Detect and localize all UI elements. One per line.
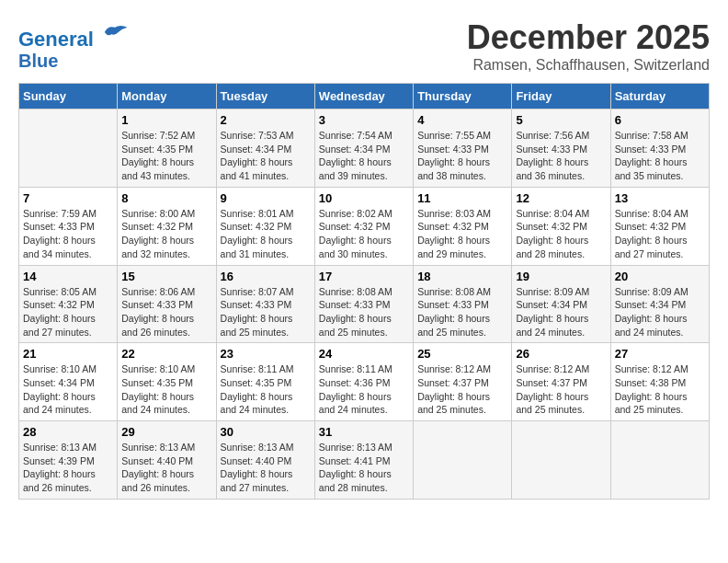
day-number: 14: [23, 270, 113, 283]
calendar-cell: 8Sunrise: 8:00 AM Sunset: 4:32 PM Daylig…: [118, 187, 216, 265]
day-info: Sunrise: 8:01 AM Sunset: 4:32 PM Dayligh…: [221, 207, 311, 261]
weekday-header-wednesday: Wednesday: [314, 84, 413, 109]
calendar-cell: 19Sunrise: 8:09 AM Sunset: 4:34 PM Dayli…: [512, 265, 610, 343]
day-info: Sunrise: 8:12 AM Sunset: 4:37 PM Dayligh…: [417, 362, 507, 417]
day-number: 5: [516, 113, 606, 127]
calendar-cell: 27Sunrise: 8:12 AM Sunset: 4:38 PM Dayli…: [610, 343, 709, 421]
day-number: 17: [319, 270, 409, 283]
calendar-cell: 10Sunrise: 8:02 AM Sunset: 4:32 PM Dayli…: [314, 187, 413, 265]
calendar-cell: 9Sunrise: 8:01 AM Sunset: 4:32 PM Daylig…: [216, 187, 314, 265]
day-number: 31: [319, 425, 409, 439]
calendar-cell: 29Sunrise: 8:13 AM Sunset: 4:40 PM Dayli…: [118, 421, 216, 500]
day-number: 9: [221, 191, 311, 205]
logo-general: General: [18, 28, 94, 51]
calendar-week-row: 7Sunrise: 7:59 AM Sunset: 4:33 PM Daylig…: [19, 187, 710, 265]
calendar-cell: 4Sunrise: 7:55 AM Sunset: 4:33 PM Daylig…: [414, 109, 512, 188]
calendar-cell: 31Sunrise: 8:13 AM Sunset: 4:41 PM Dayli…: [314, 421, 413, 500]
logo-bird-icon: [101, 18, 129, 46]
day-info: Sunrise: 8:13 AM Sunset: 4:40 PM Dayligh…: [221, 441, 311, 495]
calendar-week-row: 1Sunrise: 7:52 AM Sunset: 4:35 PM Daylig…: [19, 109, 710, 188]
calendar-cell: 12Sunrise: 8:04 AM Sunset: 4:32 PM Dayli…: [512, 187, 610, 265]
day-info: Sunrise: 8:08 AM Sunset: 4:33 PM Dayligh…: [417, 285, 507, 339]
day-number: 22: [121, 347, 211, 361]
calendar-cell: 30Sunrise: 8:13 AM Sunset: 4:40 PM Dayli…: [216, 421, 314, 500]
day-number: 30: [221, 425, 311, 439]
calendar-week-row: 28Sunrise: 8:13 AM Sunset: 4:39 PM Dayli…: [19, 421, 710, 500]
day-info: Sunrise: 8:06 AM Sunset: 4:33 PM Dayligh…: [121, 285, 211, 339]
day-info: Sunrise: 8:11 AM Sunset: 4:35 PM Dayligh…: [221, 362, 311, 417]
day-info: Sunrise: 8:13 AM Sunset: 4:39 PM Dayligh…: [23, 441, 113, 495]
day-info: Sunrise: 8:12 AM Sunset: 4:38 PM Dayligh…: [615, 362, 705, 417]
location-title: Ramsen, Schaffhausen, Switzerland: [467, 57, 710, 74]
weekday-header-thursday: Thursday: [414, 84, 512, 109]
calendar-cell: 6Sunrise: 7:58 AM Sunset: 4:33 PM Daylig…: [610, 109, 709, 188]
day-number: 27: [615, 347, 705, 361]
day-info: Sunrise: 8:04 AM Sunset: 4:32 PM Dayligh…: [516, 207, 606, 261]
calendar-week-row: 14Sunrise: 8:05 AM Sunset: 4:32 PM Dayli…: [19, 265, 710, 343]
day-number: 3: [319, 113, 409, 127]
day-number: 6: [615, 113, 705, 127]
day-number: 18: [417, 270, 507, 283]
day-number: 13: [615, 191, 705, 205]
day-info: Sunrise: 7:56 AM Sunset: 4:33 PM Dayligh…: [516, 129, 606, 183]
day-number: 24: [319, 347, 409, 361]
day-number: 7: [23, 191, 113, 205]
day-info: Sunrise: 7:55 AM Sunset: 4:33 PM Dayligh…: [417, 129, 507, 183]
day-info: Sunrise: 8:05 AM Sunset: 4:32 PM Dayligh…: [23, 285, 113, 339]
day-number: 19: [516, 270, 606, 283]
calendar-cell: 23Sunrise: 8:11 AM Sunset: 4:35 PM Dayli…: [216, 343, 314, 421]
day-info: Sunrise: 8:03 AM Sunset: 4:32 PM Dayligh…: [417, 207, 507, 261]
page-header: General Blue December 2025 Ramsen, Schaf…: [18, 18, 710, 74]
calendar-cell: 22Sunrise: 8:10 AM Sunset: 4:35 PM Dayli…: [118, 343, 216, 421]
calendar-table: SundayMondayTuesdayWednesdayThursdayFrid…: [18, 83, 710, 500]
weekday-header-monday: Monday: [118, 84, 216, 109]
calendar-week-row: 21Sunrise: 8:10 AM Sunset: 4:34 PM Dayli…: [19, 343, 710, 421]
calendar-cell: 2Sunrise: 7:53 AM Sunset: 4:34 PM Daylig…: [216, 109, 314, 188]
calendar-cell: 18Sunrise: 8:08 AM Sunset: 4:33 PM Dayli…: [414, 265, 512, 343]
calendar-cell: 11Sunrise: 8:03 AM Sunset: 4:32 PM Dayli…: [414, 187, 512, 265]
day-info: Sunrise: 7:58 AM Sunset: 4:33 PM Dayligh…: [615, 129, 705, 183]
day-number: 23: [221, 347, 311, 361]
calendar-cell: 1Sunrise: 7:52 AM Sunset: 4:35 PM Daylig…: [118, 109, 216, 188]
day-info: Sunrise: 8:08 AM Sunset: 4:33 PM Dayligh…: [319, 285, 409, 339]
weekday-header-row: SundayMondayTuesdayWednesdayThursdayFrid…: [19, 84, 710, 109]
calendar-cell: 26Sunrise: 8:12 AM Sunset: 4:37 PM Dayli…: [512, 343, 610, 421]
day-number: 15: [121, 270, 211, 283]
day-number: 4: [417, 113, 507, 127]
calendar-cell: [512, 421, 610, 500]
day-number: 11: [417, 191, 507, 205]
day-number: 26: [516, 347, 606, 361]
day-info: Sunrise: 8:00 AM Sunset: 4:32 PM Dayligh…: [121, 207, 211, 261]
day-number: 20: [615, 270, 705, 283]
day-number: 21: [23, 347, 113, 361]
logo-text: General: [18, 18, 129, 51]
logo-blue: Blue: [18, 51, 129, 71]
day-info: Sunrise: 8:02 AM Sunset: 4:32 PM Dayligh…: [319, 207, 409, 261]
logo: General Blue: [18, 18, 129, 71]
weekday-header-friday: Friday: [512, 84, 610, 109]
title-block: December 2025 Ramsen, Schaffhausen, Swit…: [467, 18, 710, 74]
day-info: Sunrise: 8:09 AM Sunset: 4:34 PM Dayligh…: [516, 285, 606, 339]
weekday-header-tuesday: Tuesday: [216, 84, 314, 109]
calendar-cell: 17Sunrise: 8:08 AM Sunset: 4:33 PM Dayli…: [314, 265, 413, 343]
calendar-cell: 5Sunrise: 7:56 AM Sunset: 4:33 PM Daylig…: [512, 109, 610, 188]
day-number: 16: [221, 270, 311, 283]
day-info: Sunrise: 8:11 AM Sunset: 4:36 PM Dayligh…: [319, 362, 409, 417]
day-number: 2: [221, 113, 311, 127]
calendar-cell: 15Sunrise: 8:06 AM Sunset: 4:33 PM Dayli…: [118, 265, 216, 343]
day-info: Sunrise: 7:53 AM Sunset: 4:34 PM Dayligh…: [221, 129, 311, 183]
day-info: Sunrise: 8:12 AM Sunset: 4:37 PM Dayligh…: [516, 362, 606, 417]
day-info: Sunrise: 8:09 AM Sunset: 4:34 PM Dayligh…: [615, 285, 705, 339]
calendar-cell: [19, 109, 118, 188]
day-number: 1: [121, 113, 211, 127]
day-info: Sunrise: 8:10 AM Sunset: 4:34 PM Dayligh…: [23, 362, 113, 417]
day-number: 25: [417, 347, 507, 361]
day-info: Sunrise: 8:10 AM Sunset: 4:35 PM Dayligh…: [121, 362, 211, 417]
calendar-cell: 16Sunrise: 8:07 AM Sunset: 4:33 PM Dayli…: [216, 265, 314, 343]
day-info: Sunrise: 7:52 AM Sunset: 4:35 PM Dayligh…: [121, 129, 211, 183]
day-number: 29: [121, 425, 211, 439]
day-info: Sunrise: 8:13 AM Sunset: 4:40 PM Dayligh…: [121, 441, 211, 495]
weekday-header-saturday: Saturday: [610, 84, 709, 109]
calendar-cell: [414, 421, 512, 500]
calendar-cell: 28Sunrise: 8:13 AM Sunset: 4:39 PM Dayli…: [19, 421, 118, 500]
